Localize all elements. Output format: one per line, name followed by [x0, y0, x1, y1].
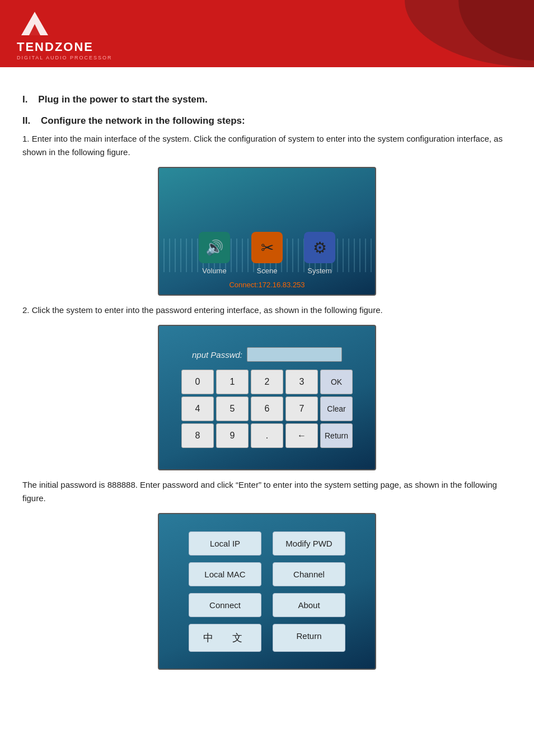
key-dot[interactable]: .: [251, 423, 283, 448]
volume-icon-box: 🔊: [199, 232, 230, 263]
passwd-input-display: [247, 347, 342, 362]
key-0[interactable]: 0: [181, 370, 214, 394]
btn-connect[interactable]: Connect: [189, 593, 261, 617]
system-emoji: ⚙: [313, 239, 327, 257]
paragraph3: The initial password is 888888. Enter pa…: [22, 478, 512, 505]
btn-modify-pwd[interactable]: Modify PWD: [273, 531, 345, 556]
tendzone-logo-icon: [17, 8, 53, 39]
key-clear[interactable]: Clear: [320, 396, 353, 421]
section2-heading: II. Configure the network in the followi…: [22, 115, 512, 127]
paragraph2: 2. Click the system to enter into the pa…: [22, 304, 512, 317]
volume-emoji: 🔊: [205, 239, 223, 256]
section2-text: Configure the network in the following s…: [41, 115, 245, 126]
scene-emoji: ✂: [261, 239, 274, 257]
scene-label: Scene: [257, 267, 278, 275]
logo-sub: DIGITAL AUDIO PROCESSOR: [17, 55, 113, 60]
btn-local-ip[interactable]: Local IP: [189, 531, 261, 556]
logo-area: TENDZONE DIGITAL AUDIO PROCESSOR: [17, 8, 113, 60]
key-return[interactable]: Return: [320, 423, 353, 448]
key-9[interactable]: 9: [216, 423, 249, 448]
keypad-grid: 0 1 2 3 OK 4 5 6 7 Clear 8 9 . ← Return: [181, 370, 353, 448]
fig1-connect-text: Connect:172.16.83.253: [229, 281, 305, 289]
volume-label: Volume: [202, 267, 226, 275]
section1-text: Plug in the power to start the system.: [38, 94, 207, 105]
key-6[interactable]: 6: [251, 396, 283, 421]
btn-local-mac[interactable]: Local MAC: [189, 562, 261, 586]
paragraph1: 1. Enter into the main interface of the …: [22, 132, 512, 159]
btn-chinese[interactable]: 中 文: [189, 624, 261, 652]
key-backspace[interactable]: ←: [285, 423, 318, 448]
figure2-password-interface: nput Passwd: 0 1 2 3 OK 4 5 6 7 Clear 8 …: [158, 325, 376, 470]
section1-label: I.: [22, 94, 27, 105]
passwd-row: nput Passwd:: [192, 347, 342, 362]
fig1-scene-item: ✂ Scene: [251, 232, 283, 275]
system-label: System: [307, 267, 331, 275]
btn-return[interactable]: Return: [273, 624, 345, 652]
fig1-volume-item: 🔊 Volume: [199, 232, 230, 275]
figure2-container: nput Passwd: 0 1 2 3 OK 4 5 6 7 Clear 8 …: [22, 325, 512, 470]
passwd-label: nput Passwd:: [192, 350, 242, 360]
btn-about[interactable]: About: [273, 593, 345, 617]
header: TENDZONE DIGITAL AUDIO PROCESSOR: [0, 0, 534, 67]
key-5[interactable]: 5: [216, 396, 249, 421]
fig1-system-item: ⚙ System: [304, 232, 335, 275]
section1-heading: I. Plug in the power to start the system…: [22, 94, 512, 105]
sys-grid: Local IP Modify PWD Local MAC Channel Co…: [189, 531, 345, 652]
key-3[interactable]: 3: [285, 370, 318, 394]
btn-channel[interactable]: Channel: [273, 562, 345, 586]
figure3-container: Local IP Modify PWD Local MAC Channel Co…: [22, 513, 512, 670]
scene-icon-box: ✂: [251, 232, 283, 263]
key-1[interactable]: 1: [216, 370, 249, 394]
key-4[interactable]: 4: [181, 396, 214, 421]
figure1-container: 🔊 Volume ✂ Scene ⚙ System Connec: [22, 167, 512, 296]
section2-label: II.: [22, 115, 30, 126]
fig1-icons: 🔊 Volume ✂ Scene ⚙ System: [199, 232, 335, 275]
content: I. Plug in the power to start the system…: [0, 67, 534, 694]
logo-text: TENDZONE: [17, 40, 93, 54]
key-ok[interactable]: OK: [320, 370, 353, 394]
key-2[interactable]: 2: [251, 370, 283, 394]
key-8[interactable]: 8: [181, 423, 214, 448]
system-icon-box: ⚙: [304, 232, 335, 263]
figure1-main-interface: 🔊 Volume ✂ Scene ⚙ System Connec: [158, 167, 376, 296]
key-7[interactable]: 7: [285, 396, 318, 421]
figure3-system-settings: Local IP Modify PWD Local MAC Channel Co…: [158, 513, 376, 670]
